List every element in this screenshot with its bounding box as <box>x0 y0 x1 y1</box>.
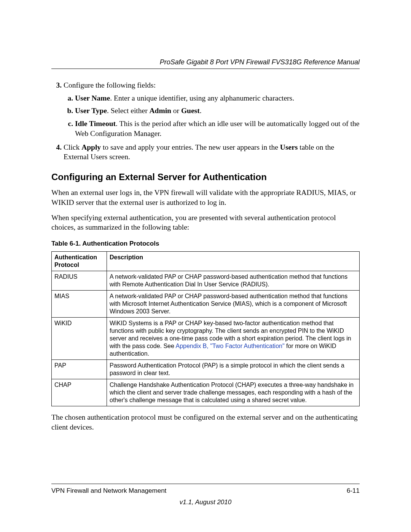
cell-desc: A network-validated PAP or CHAP password… <box>107 291 360 318</box>
footer-version: v1.1, August 2010 <box>51 498 360 506</box>
step-3b-guest: Guest <box>181 107 200 115</box>
step-3c: Idle Timeout. This is the period after w… <box>75 119 360 138</box>
table-row: CHAP Challenge Handshake Authentication … <box>52 379 360 406</box>
footer-row: VPN Firewall and Network Management 6-11 <box>51 487 360 495</box>
step-4-pre: Click <box>64 143 81 151</box>
table-caption: Table 6-1. Authentication Protocols <box>51 240 360 248</box>
step-3a-label: User Name <box>75 94 110 102</box>
step-3b-label: User Type <box>75 107 107 115</box>
step-3: Configure the following fields: User Nam… <box>64 80 360 139</box>
section-para-2: When specifying external authentication,… <box>51 213 360 232</box>
table-row: PAP Password Authentication Protocol (PA… <box>52 360 360 379</box>
cell-desc: Challenge Handshake Authentication Proto… <box>107 379 360 406</box>
step-3a-rest: . Enter a unique identifier, using any a… <box>110 94 294 102</box>
footer-rule <box>51 484 360 484</box>
step-4-mid: to save and apply your entries. The new … <box>101 143 280 151</box>
appendix-link[interactable]: Appendix B, "Two Factor Authentication" <box>175 343 284 349</box>
step-3b-or: or <box>171 107 181 115</box>
running-header: ProSafe Gigabit 8 Port VPN Firewall FVS3… <box>51 58 360 69</box>
closing-para: The chosen authentication protocol must … <box>51 412 360 432</box>
cell-name: RADIUS <box>52 271 107 291</box>
auth-protocols-table: Authentication Protocol Description RADI… <box>51 251 360 406</box>
th-description: Description <box>107 252 360 271</box>
step-3b: User Type. Select either Admin or Guest. <box>75 106 360 116</box>
step-3b-mid: . Select either <box>107 107 150 115</box>
page: ProSafe Gigabit 8 Port VPN Firewall FVS3… <box>0 0 411 532</box>
section-para-1: When an external user logs in, the VPN f… <box>51 188 360 207</box>
step-3-sublist: User Name. Enter a unique identifier, us… <box>64 93 360 139</box>
cell-name: WiKID <box>52 318 107 360</box>
step-3b-admin: Admin <box>150 107 171 115</box>
th-protocol: Authentication Protocol <box>52 252 107 271</box>
section-heading: Configuring an External Server for Authe… <box>51 172 360 182</box>
footer-left: VPN Firewall and Network Management <box>51 487 166 495</box>
cell-desc: Password Authentication Protocol (PAP) i… <box>107 360 360 379</box>
page-footer: VPN Firewall and Network Management 6-11… <box>51 484 360 506</box>
step-4-apply: Apply <box>81 143 101 151</box>
table-row: RADIUS A network-validated PAP or CHAP p… <box>52 271 360 291</box>
step-3b-end: . <box>200 107 202 115</box>
step-4: Click Apply to save and apply your entri… <box>64 142 360 162</box>
table-row: MIAS A network-validated PAP or CHAP pas… <box>52 291 360 318</box>
step-3c-label: Idle Timeout <box>75 120 116 128</box>
cell-desc: A network-validated PAP or CHAP password… <box>107 271 360 291</box>
cell-desc: WiKID Systems is a PAP or CHAP key-based… <box>107 318 360 360</box>
cell-name: PAP <box>52 360 107 379</box>
step-4-users: Users <box>280 143 298 151</box>
step-3-text: Configure the following fields: <box>64 81 156 89</box>
cell-name: MIAS <box>52 291 107 318</box>
steps-list: Configure the following fields: User Nam… <box>51 80 360 162</box>
table-row: WiKID WiKID Systems is a PAP or CHAP key… <box>52 318 360 360</box>
cell-name: CHAP <box>52 379 107 406</box>
footer-right: 6-11 <box>347 487 360 495</box>
step-3c-rest: . This is the period after which an idle… <box>75 120 359 137</box>
table-header-row: Authentication Protocol Description <box>52 252 360 271</box>
step-3a: User Name. Enter a unique identifier, us… <box>75 93 360 103</box>
